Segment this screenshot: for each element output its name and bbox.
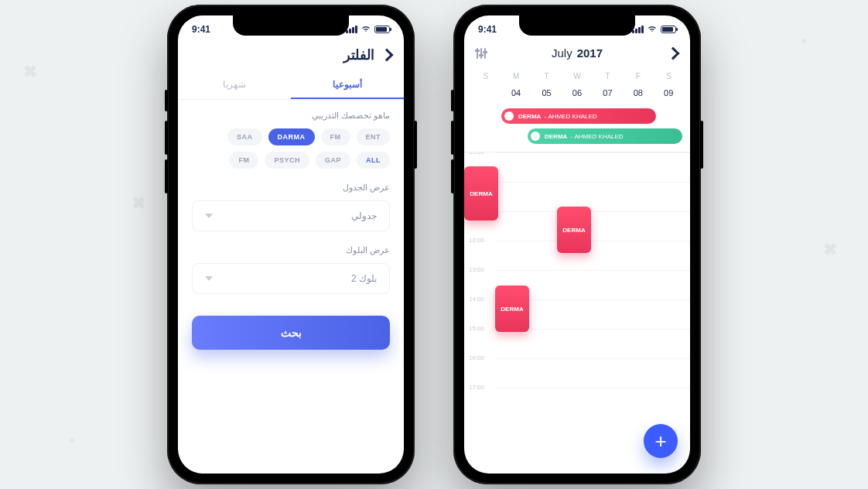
filter-sliders-icon[interactable]: [477, 48, 486, 59]
view-tabs: شهريا أسبوعيا: [178, 71, 404, 100]
table-view-label: عرض الجدول: [192, 183, 390, 193]
table-dropdown[interactable]: جدولي: [192, 200, 390, 231]
phone-filter: 9:41 الفلتر شهريا أسبوعيا ماهو تخصصك الت…: [167, 5, 415, 484]
date-cell[interactable]: 07: [593, 85, 623, 101]
add-button[interactable]: +: [644, 424, 678, 458]
month-title: July2017: [486, 46, 668, 60]
block-dropdown[interactable]: بلوك 2: [192, 263, 390, 294]
timeline-block[interactable]: DERMA: [495, 286, 529, 332]
chip-fm[interactable]: FM: [321, 128, 350, 145]
dates-row: 03 04 05 06 07 08 09: [464, 85, 690, 108]
battery-icon: [374, 26, 390, 33]
specialty-label: ماهو تخصصك التدريبي: [192, 111, 390, 121]
hour-label: 09:00: [469, 152, 484, 156]
timeline-block[interactable]: DERMA: [464, 166, 498, 221]
next-icon[interactable]: [667, 46, 680, 60]
search-button[interactable]: بحث: [192, 316, 390, 350]
day-of-week-row: SMTWTFS: [464, 67, 690, 85]
hour-label: 17:00: [469, 384, 484, 391]
block-view-label: عرض البلوك: [192, 245, 390, 255]
back-icon[interactable]: [381, 49, 394, 62]
status-time: 9:41: [478, 24, 497, 35]
hour-label: 16:00: [469, 354, 484, 361]
date-cell[interactable]: 05: [531, 85, 562, 101]
event-bar[interactable]: DERMA - AHMED KHALED: [501, 108, 656, 124]
battery-icon: [661, 26, 676, 33]
chip-all[interactable]: ALL: [357, 152, 390, 169]
date-cell[interactable]: 08: [623, 85, 653, 101]
date-cell[interactable]: 09: [654, 85, 684, 101]
tab-weekly[interactable]: أسبوعيا: [291, 71, 404, 99]
block-dropdown-value: بلوك 2: [351, 273, 377, 284]
chip-saa[interactable]: SAA: [227, 128, 262, 145]
chevron-down-icon: [205, 276, 213, 281]
hour-label: 13:00: [469, 266, 484, 273]
table-dropdown-value: جدولي: [351, 210, 377, 221]
specialty-chips: SAA DARMA FM ENT FM PSYCH GAP ALL: [192, 128, 390, 169]
chip-ent[interactable]: ENT: [357, 128, 391, 145]
date-cell[interactable]: 03: [470, 85, 501, 101]
chevron-down-icon: [205, 214, 213, 218]
date-cell[interactable]: 04: [501, 85, 531, 101]
hour-label: 14:00: [469, 296, 484, 303]
chip-psych[interactable]: PSYCH: [265, 152, 309, 169]
event-bars: DERMA - AHMED KHALED DERMA - AHMED KHALE…: [464, 108, 690, 152]
chip-gap[interactable]: GAP: [316, 152, 350, 169]
chip-fm2[interactable]: FM: [229, 152, 258, 169]
chip-darma[interactable]: DARMA: [268, 128, 315, 145]
wifi-icon: [361, 24, 371, 35]
date-cell[interactable]: 06: [562, 85, 592, 101]
event-dot-icon: [504, 111, 514, 121]
hour-label: 12:00: [469, 237, 484, 244]
hour-label: 15:00: [469, 325, 484, 332]
event-bar[interactable]: DERMA - AHMED KHALED: [528, 128, 682, 144]
phone-calendar: 9:41 July2017 SMTWTFS 03 04 05 06 0: [453, 5, 701, 484]
timeline-block[interactable]: DERMA: [557, 207, 591, 253]
event-dot-icon: [531, 132, 540, 141]
page-title: الفلتر: [190, 46, 374, 63]
wifi-icon: [647, 24, 658, 35]
tab-monthly[interactable]: شهريا: [178, 71, 291, 99]
status-time: 9:41: [192, 24, 210, 35]
